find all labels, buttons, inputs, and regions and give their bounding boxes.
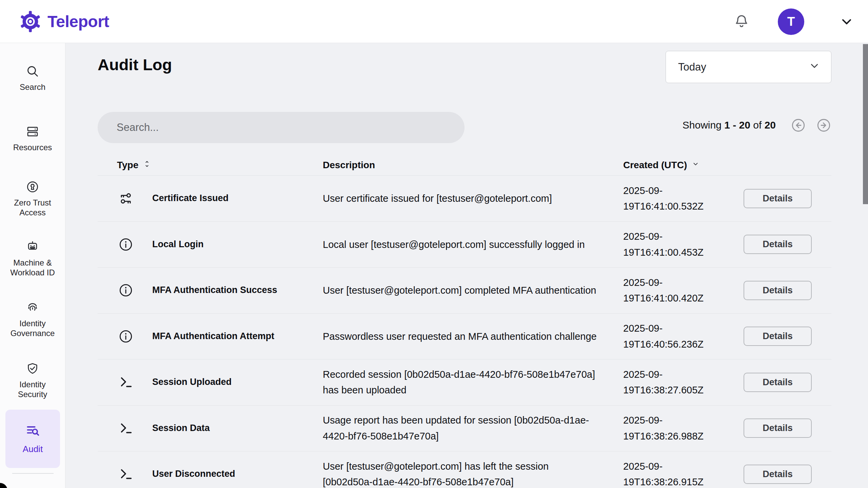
- details-button[interactable]: Details: [744, 327, 812, 346]
- sidebar-item-label: Search: [20, 82, 45, 92]
- scrollbar-thumb[interactable]: [863, 44, 868, 204]
- table-row: Session Data Usage report has been updat…: [98, 406, 831, 452]
- event-type: Session Uploaded: [152, 376, 323, 388]
- resources-icon: [26, 125, 39, 138]
- user-avatar[interactable]: T: [778, 8, 804, 35]
- sidebar: Search Resources Zero Trust Access Machi…: [0, 43, 65, 488]
- event-created: 2025-09-19T16:40:56.236Z: [623, 320, 717, 352]
- chevron-down-icon: [839, 14, 854, 30]
- pagination-status: Showing 1 - 20 of 20: [683, 119, 776, 131]
- event-created: 2025-09-19T16:41:00.532Z: [623, 183, 717, 214]
- zero-trust-access-icon: [26, 180, 39, 194]
- event-type: MFA Authentication Attempt: [152, 331, 323, 342]
- table-row: User Disconnected User [testuser@gotelep…: [98, 451, 831, 488]
- event-type: Session Data: [152, 423, 323, 434]
- event-type: Local Login: [152, 239, 323, 250]
- sidebar-item-label: Identity Governance: [7, 319, 58, 338]
- pagination-range: 1 - 20: [724, 119, 750, 131]
- sidebar-item-label: Zero Trust Access: [7, 198, 58, 218]
- event-type: Certificate Issued: [152, 193, 323, 204]
- chevron-down-icon: [808, 59, 821, 75]
- notifications-button[interactable]: [733, 13, 750, 30]
- topbar-actions: T: [733, 0, 854, 43]
- event-description: Passwordless user requested an MFA authe…: [323, 329, 609, 344]
- table-row: MFA Authentication Success User [testuse…: [98, 268, 831, 314]
- scrollbar-track[interactable]: [863, 43, 868, 488]
- table-body: Certificate Issued User certificate issu…: [98, 176, 831, 488]
- page-title: Audit Log: [98, 55, 172, 74]
- event-created: 2025-09-19T16:41:00.420Z: [623, 275, 717, 306]
- prev-page-button[interactable]: [791, 118, 806, 133]
- event-created: 2025-09-19T16:38:26.988Z: [623, 412, 717, 444]
- sidebar-item-label: Audit: [23, 444, 43, 454]
- event-type: MFA Authentication Success: [152, 285, 323, 296]
- sort-icon: [142, 159, 152, 171]
- bell-icon: [733, 13, 750, 30]
- event-description: User certificate issued for [testuser@go…: [323, 191, 609, 206]
- search-box: [98, 112, 465, 143]
- avatar-initial: T: [787, 15, 795, 29]
- event-description: Local user [testuser@goteleport.com] suc…: [323, 237, 609, 252]
- sidebar-item-label: Identity Security: [7, 380, 58, 399]
- event-description: Recorded session [0b02d50a-d1ae-4420-bf7…: [323, 367, 609, 398]
- sidebar-item-label: Machine & Workload ID: [7, 258, 58, 278]
- audit-icon: [25, 423, 41, 438]
- time-range-dropdown[interactable]: Today: [666, 51, 831, 83]
- search-input[interactable]: [98, 112, 465, 143]
- machine-workload-id-icon: [26, 240, 39, 254]
- sidebar-item-identity-security[interactable]: Identity Security: [0, 362, 65, 399]
- event-created: 2025-09-19T16:38:27.605Z: [623, 367, 717, 398]
- table-row: MFA Authentication Attempt Passwordless …: [98, 314, 831, 360]
- keys-icon: [98, 191, 152, 206]
- table-header: Type Description Created (UTC): [98, 155, 831, 176]
- sidebar-item-audit[interactable]: Audit: [5, 410, 60, 468]
- topbar: Teleport T: [0, 0, 868, 43]
- event-type: User Disconnected: [152, 468, 323, 480]
- main-content: Audit Log Today Showing 1 - 20 of 20: [65, 43, 868, 488]
- brand[interactable]: Teleport: [19, 0, 109, 43]
- table-row: Certificate Issued User certificate issu…: [98, 176, 831, 222]
- arrow-right-circle-icon: [816, 118, 831, 133]
- details-button[interactable]: Details: [744, 189, 812, 208]
- event-description: Usage report has been updated for sessio…: [323, 412, 609, 444]
- event-description: User [testuser@goteleport.com] completed…: [323, 282, 609, 298]
- details-button[interactable]: Details: [744, 465, 812, 484]
- terminal-icon: [98, 421, 152, 436]
- event-created: 2025-09-19T16:41:00.453Z: [623, 229, 717, 260]
- event-created: 2025-09-19T16:38:26.915Z: [623, 458, 717, 488]
- pagination: Showing 1 - 20 of 20: [683, 117, 831, 133]
- teleport-logo-icon: [19, 10, 42, 33]
- sidebar-item-identity-governance[interactable]: Identity Governance: [0, 301, 65, 338]
- search-icon: [26, 64, 39, 78]
- column-header-description: Description: [323, 160, 375, 171]
- sidebar-item-search[interactable]: Search: [0, 64, 65, 92]
- pagination-total: 20: [765, 119, 776, 131]
- identity-security-icon: [26, 362, 39, 375]
- info-icon: [98, 282, 152, 298]
- info-icon: [98, 237, 152, 252]
- time-range-value: Today: [678, 61, 706, 73]
- sidebar-divider: [12, 473, 54, 474]
- sidebar-item-machine-workload-id[interactable]: Machine & Workload ID: [0, 240, 65, 278]
- sidebar-item-zero-trust-access[interactable]: Zero Trust Access: [0, 180, 65, 218]
- info-icon: [98, 329, 152, 344]
- arrow-left-circle-icon: [791, 118, 806, 133]
- table-row: Session Uploaded Recorded session [0b02d…: [98, 359, 831, 406]
- next-page-button[interactable]: [816, 118, 831, 133]
- details-button[interactable]: Details: [744, 418, 812, 438]
- sidebar-item-label: Resources: [13, 143, 52, 153]
- table-row: Local Login Local user [testuser@gotelep…: [98, 222, 831, 268]
- brand-name: Teleport: [47, 12, 109, 31]
- identity-governance-icon: [26, 301, 39, 314]
- column-header-type[interactable]: Type: [117, 159, 152, 171]
- terminal-icon: [98, 374, 152, 390]
- audit-log-table: Type Description Created (UTC) Certifica…: [98, 155, 831, 488]
- column-header-created[interactable]: Created (UTC): [623, 159, 700, 171]
- details-button[interactable]: Details: [744, 281, 812, 300]
- user-menu-button[interactable]: [839, 14, 854, 30]
- details-button[interactable]: Details: [744, 373, 812, 392]
- terminal-icon: [98, 466, 152, 482]
- sidebar-item-resources[interactable]: Resources: [0, 125, 65, 153]
- details-button[interactable]: Details: [744, 235, 812, 254]
- chevron-down-icon: [691, 159, 700, 171]
